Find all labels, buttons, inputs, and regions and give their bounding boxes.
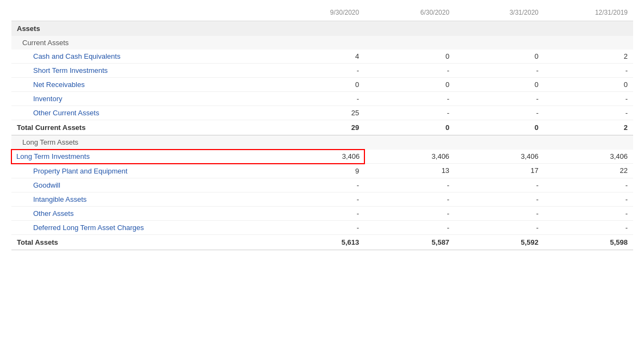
row-col4: 17 [455, 164, 544, 178]
row-col2: 25 [285, 106, 364, 120]
section-header-row: Assets [11, 21, 633, 36]
header-col2: 9/30/2020 [285, 5, 364, 21]
total-label: Total Assets [11, 234, 285, 250]
table-row[interactable]: Intangible Assets---- [11, 192, 633, 206]
table-row[interactable]: Short Term Investments---- [11, 64, 633, 78]
header-label-col [11, 5, 285, 21]
row-col4: - [455, 220, 544, 234]
total-row: Total Assets 5,613 5,587 5,592 5,598 [11, 234, 633, 250]
row-col3: 0 [364, 49, 455, 64]
header-col5: 12/31/2019 [544, 5, 633, 21]
table-row[interactable]: Goodwill---- [11, 178, 633, 192]
row-col5: - [544, 178, 633, 192]
row-col5: 3,406 [544, 150, 633, 164]
subsection-header-row: Long Term Assets [11, 135, 633, 150]
row-col4: - [455, 106, 544, 120]
row-col4: - [455, 92, 544, 106]
row-label: Goodwill [11, 178, 285, 192]
total-col4: 0 [455, 120, 544, 135]
row-label: Short Term Investments [11, 64, 285, 78]
row-label: Cash and Cash Equivalents [11, 49, 285, 64]
section-label: Assets [11, 21, 633, 36]
table-row[interactable]: Inventory---- [11, 92, 633, 106]
row-col3: 13 [364, 164, 455, 178]
row-col5: 2 [544, 49, 633, 64]
row-col2: 4 [285, 49, 364, 64]
row-col4: 3,406 [455, 150, 544, 164]
row-label: Intangible Assets [11, 192, 285, 206]
row-col2: - [285, 178, 364, 192]
row-col5: - [544, 192, 633, 206]
total-col5: 5,598 [544, 234, 633, 250]
total-col3: 5,587 [364, 234, 455, 250]
row-col5: - [544, 64, 633, 78]
row-col4: 0 [455, 78, 544, 92]
table-row[interactable]: Other Assets---- [11, 206, 633, 220]
row-label: Other Current Assets [11, 106, 285, 120]
row-col4: - [455, 192, 544, 206]
subsection-header-row: Current Assets [11, 36, 633, 49]
header-col4: 3/31/2020 [455, 5, 544, 21]
subsection-label: Long Term Assets [11, 135, 633, 150]
row-label: Long Term Investments [11, 150, 285, 164]
row-col3: - [364, 64, 455, 78]
row-col2: 9 [285, 164, 364, 178]
row-col2: - [285, 192, 364, 206]
row-col3: - [364, 92, 455, 106]
total-col2: 29 [285, 120, 364, 135]
total-col5: 2 [544, 120, 633, 135]
total-label: Total Current Assets [11, 120, 285, 135]
table-row[interactable]: Deferred Long Term Asset Charges---- [11, 220, 633, 234]
total-col3: 0 [364, 120, 455, 135]
balance-sheet-table: 9/30/2020 6/30/2020 3/31/2020 12/31/2019… [11, 5, 633, 250]
table-row[interactable]: Property Plant and Equipment9131722 [11, 164, 633, 178]
row-col3: - [364, 220, 455, 234]
row-col5: 0 [544, 78, 633, 92]
row-col3: - [364, 206, 455, 220]
row-col2: - [285, 92, 364, 106]
row-label: Other Assets [11, 206, 285, 220]
total-row: Total Current Assets 29 0 0 2 [11, 120, 633, 135]
row-label: Inventory [11, 92, 285, 106]
row-label: Net Receivables [11, 78, 285, 92]
row-col5: 22 [544, 164, 633, 178]
row-label: Deferred Long Term Asset Charges [11, 220, 285, 234]
table-row[interactable]: Cash and Cash Equivalents4002 [11, 49, 633, 64]
row-col4: - [455, 178, 544, 192]
row-label: Property Plant and Equipment [11, 164, 285, 178]
subsection-label: Current Assets [11, 36, 633, 49]
total-col4: 5,592 [455, 234, 544, 250]
row-col5: - [544, 220, 633, 234]
table-row[interactable]: Long Term Investments3,4063,4063,4063,40… [11, 150, 633, 164]
table-row[interactable]: Other Current Assets25--- [11, 106, 633, 120]
table-row[interactable]: Net Receivables0000 [11, 78, 633, 92]
row-col2: - [285, 220, 364, 234]
row-col5: - [544, 206, 633, 220]
row-col3: 3,406 [364, 150, 455, 164]
header-row: 9/30/2020 6/30/2020 3/31/2020 12/31/2019 [11, 5, 633, 21]
row-col4: - [455, 64, 544, 78]
row-col3: - [364, 192, 455, 206]
row-col3: 0 [364, 78, 455, 92]
row-col4: 0 [455, 49, 544, 64]
row-col4: - [455, 206, 544, 220]
row-col3: - [364, 106, 455, 120]
row-col5: - [544, 106, 633, 120]
row-col2: 3,406 [285, 150, 364, 164]
row-col2: - [285, 206, 364, 220]
total-col2: 5,613 [285, 234, 364, 250]
row-col3: - [364, 178, 455, 192]
header-col3: 6/30/2020 [364, 5, 455, 21]
row-col5: - [544, 92, 633, 106]
row-col2: - [285, 64, 364, 78]
row-col2: 0 [285, 78, 364, 92]
